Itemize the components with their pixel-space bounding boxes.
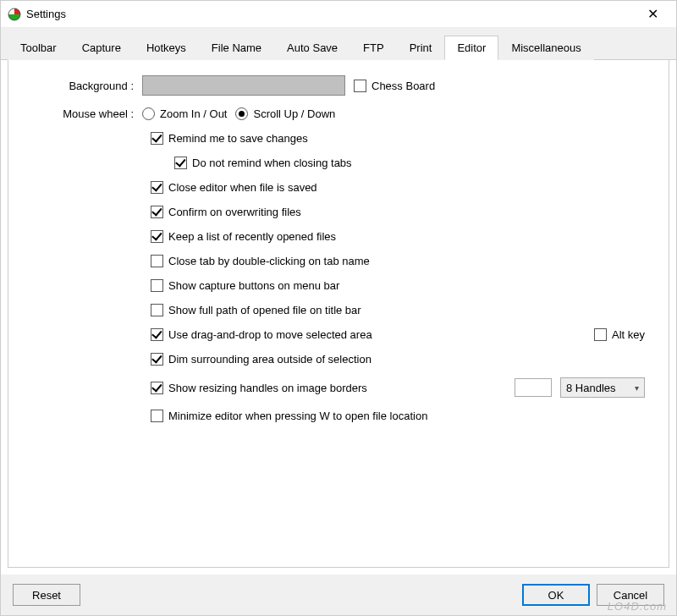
checkbox-icon bbox=[151, 328, 163, 341]
checkbox-icon bbox=[151, 353, 163, 366]
keep-recent-row: Keep a list of recently opened files bbox=[151, 230, 645, 243]
dim-surrounding-checkbox[interactable]: Dim surrounding area outside of selectio… bbox=[151, 353, 372, 366]
editor-panel: Background : Chess Board Mouse wheel : Z… bbox=[8, 60, 669, 568]
cancel-button[interactable]: Cancel bbox=[597, 584, 664, 606]
tab-hotkeys[interactable]: Hotkeys bbox=[134, 36, 199, 60]
mouse-wheel-label: Mouse wheel : bbox=[32, 107, 142, 120]
chess-board-checkbox[interactable]: Chess Board bbox=[354, 80, 435, 92]
handles-combo[interactable]: 8 Handles ▾ bbox=[560, 377, 645, 398]
settings-window: Settings ✕ Toolbar Capture Hotkeys File … bbox=[0, 0, 677, 616]
no-remind-tabs-checkbox[interactable]: Do not remind when closing tabs bbox=[174, 157, 352, 169]
confirm-overwrite-label: Confirm on overwriting files bbox=[168, 206, 301, 218]
background-row: Background : Chess Board bbox=[32, 75, 645, 96]
keep-recent-checkbox[interactable]: Keep a list of recently opened files bbox=[151, 230, 336, 243]
option-list: Remind me to save changes Do not remind … bbox=[32, 132, 645, 422]
handles-combo-value: 8 Handles bbox=[566, 382, 616, 394]
background-color-swatch[interactable] bbox=[142, 75, 345, 96]
mouse-wheel-zoom-label: Zoom In / Out bbox=[160, 107, 227, 120]
minimize-editor-label: Minimize editor when pressing W to open … bbox=[168, 410, 427, 422]
remind-save-label: Remind me to save changes bbox=[168, 132, 308, 145]
tab-strip: Toolbar Capture Hotkeys File Name Auto S… bbox=[1, 28, 676, 60]
tab-print[interactable]: Print bbox=[397, 36, 445, 60]
checkbox-icon bbox=[354, 80, 366, 92]
show-capture-buttons-checkbox[interactable]: Show capture buttons on menu bar bbox=[151, 279, 339, 292]
checkbox-icon bbox=[151, 279, 163, 292]
show-resizing-handles-row: Show resizing handles on image borders 8… bbox=[151, 377, 645, 398]
alt-key-label: Alt key bbox=[612, 328, 645, 341]
close-on-save-row: Close editor when file is saved bbox=[151, 181, 645, 194]
minimize-editor-row: Minimize editor when pressing W to open … bbox=[151, 410, 645, 422]
checkbox-icon bbox=[594, 328, 607, 341]
handles-input[interactable] bbox=[515, 378, 552, 397]
close-tab-dblclick-row: Close tab by double-clicking on tab name bbox=[151, 255, 645, 267]
mouse-wheel-row: Mouse wheel : Zoom In / Out Scroll Up / … bbox=[32, 107, 645, 120]
checkbox-icon bbox=[174, 157, 187, 169]
tab-ftp[interactable]: FTP bbox=[350, 36, 397, 60]
reset-button[interactable]: Reset bbox=[13, 584, 80, 606]
use-drag-drop-label: Use drag-and-drop to move selected area bbox=[168, 328, 372, 341]
titlebar: Settings ✕ bbox=[1, 1, 676, 28]
tab-toolbar[interactable]: Toolbar bbox=[8, 36, 69, 60]
show-full-path-row: Show full path of opened file on title b… bbox=[151, 304, 645, 316]
close-tab-dblclick-label: Close tab by double-clicking on tab name bbox=[168, 255, 370, 267]
dim-surrounding-label: Dim surrounding area outside of selectio… bbox=[168, 353, 372, 366]
confirm-overwrite-row: Confirm on overwriting files bbox=[151, 206, 645, 218]
checkbox-icon bbox=[151, 230, 163, 243]
close-on-save-checkbox[interactable]: Close editor when file is saved bbox=[151, 181, 317, 194]
alt-key-checkbox[interactable]: Alt key bbox=[594, 328, 645, 341]
ok-button[interactable]: OK bbox=[522, 584, 590, 606]
checkbox-icon bbox=[151, 132, 163, 145]
tab-miscellaneous[interactable]: Miscellaneous bbox=[498, 36, 593, 60]
app-icon bbox=[8, 8, 21, 21]
checkbox-icon bbox=[151, 206, 163, 218]
mouse-wheel-scroll-label: Scroll Up / Down bbox=[253, 107, 335, 120]
show-capture-buttons-label: Show capture buttons on menu bar bbox=[168, 279, 339, 292]
background-label: Background : bbox=[32, 80, 142, 92]
show-resizing-handles-label: Show resizing handles on image borders bbox=[168, 382, 367, 394]
mouse-wheel-scroll-radio[interactable]: Scroll Up / Down bbox=[235, 107, 335, 120]
tab-auto-save[interactable]: Auto Save bbox=[274, 36, 350, 60]
use-drag-drop-row: Use drag-and-drop to move selected area … bbox=[151, 328, 645, 341]
minimize-editor-checkbox[interactable]: Minimize editor when pressing W to open … bbox=[151, 410, 427, 422]
tab-file-name[interactable]: File Name bbox=[199, 36, 274, 60]
no-remind-tabs-row: Do not remind when closing tabs bbox=[151, 157, 645, 169]
chevron-down-icon: ▾ bbox=[635, 383, 639, 393]
checkbox-icon bbox=[151, 304, 163, 316]
close-button[interactable]: ✕ bbox=[636, 1, 669, 27]
no-remind-tabs-label: Do not remind when closing tabs bbox=[192, 157, 352, 169]
dim-surrounding-row: Dim surrounding area outside of selectio… bbox=[151, 353, 645, 366]
close-on-save-label: Close editor when file is saved bbox=[168, 181, 317, 194]
window-title: Settings bbox=[26, 8, 636, 20]
confirm-overwrite-checkbox[interactable]: Confirm on overwriting files bbox=[151, 206, 301, 218]
close-tab-dblclick-checkbox[interactable]: Close tab by double-clicking on tab name bbox=[151, 255, 370, 267]
show-full-path-checkbox[interactable]: Show full path of opened file on title b… bbox=[151, 304, 361, 316]
checkbox-icon bbox=[151, 382, 163, 394]
mouse-wheel-zoom-radio[interactable]: Zoom In / Out bbox=[142, 107, 227, 120]
show-full-path-label: Show full path of opened file on title b… bbox=[168, 304, 361, 316]
show-resizing-handles-checkbox[interactable]: Show resizing handles on image borders bbox=[151, 382, 367, 394]
radio-icon bbox=[142, 107, 155, 120]
remind-save-row: Remind me to save changes bbox=[151, 132, 645, 145]
chess-board-label: Chess Board bbox=[372, 80, 435, 92]
keep-recent-label: Keep a list of recently opened files bbox=[168, 230, 336, 243]
radio-icon bbox=[235, 107, 248, 120]
show-capture-buttons-row: Show capture buttons on menu bar bbox=[151, 279, 645, 292]
checkbox-icon bbox=[151, 255, 163, 267]
checkbox-icon bbox=[151, 410, 163, 422]
button-bar: Reset OK Cancel bbox=[1, 575, 676, 615]
tab-editor[interactable]: Editor bbox=[444, 36, 498, 60]
close-icon: ✕ bbox=[647, 8, 658, 21]
remind-save-checkbox[interactable]: Remind me to save changes bbox=[151, 132, 308, 145]
tab-capture[interactable]: Capture bbox=[69, 36, 134, 60]
use-drag-drop-checkbox[interactable]: Use drag-and-drop to move selected area bbox=[151, 328, 372, 341]
checkbox-icon bbox=[151, 181, 163, 194]
